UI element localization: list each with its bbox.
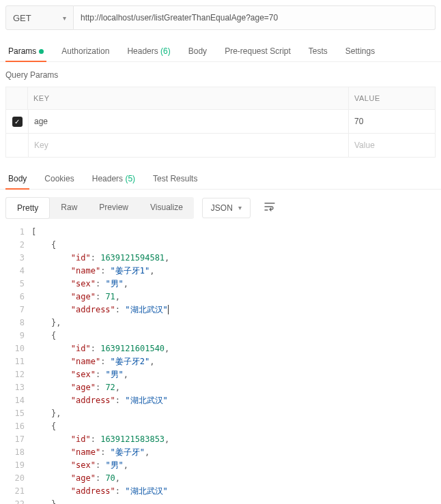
param-key[interactable]: age bbox=[28, 110, 349, 133]
method-label: GET bbox=[13, 13, 31, 23]
line-gutter: 1234567891011121314151617181920212223 bbox=[5, 226, 31, 504]
response-tab-cookies[interactable]: Cookies bbox=[42, 168, 76, 189]
params-row-empty: Key Value bbox=[5, 134, 436, 158]
subtab-raw[interactable]: Raw bbox=[50, 197, 88, 219]
tab-body[interactable]: Body bbox=[186, 41, 210, 61]
modified-dot-icon bbox=[39, 49, 44, 54]
headers-count: (6) bbox=[160, 46, 171, 56]
tab-params[interactable]: Params bbox=[5, 41, 46, 61]
params-header-row: KEY VALUE bbox=[5, 87, 436, 110]
subtab-preview[interactable]: Preview bbox=[88, 197, 139, 219]
format-select[interactable]: JSON ▾ bbox=[202, 198, 251, 218]
method-select[interactable]: GET ▾ bbox=[5, 5, 74, 30]
url-input[interactable] bbox=[74, 5, 436, 30]
response-tab-test-results[interactable]: Test Results bbox=[150, 168, 200, 189]
tab-settings[interactable]: Settings bbox=[343, 41, 378, 61]
response-tab-headers[interactable]: Headers (5) bbox=[89, 168, 138, 189]
response-tab-body[interactable]: Body bbox=[5, 168, 29, 189]
chevron-down-icon: ▾ bbox=[238, 204, 242, 211]
subtab-pretty[interactable]: Pretty bbox=[5, 197, 50, 219]
tab-headers[interactable]: Headers (6) bbox=[124, 41, 173, 61]
key-header: KEY bbox=[28, 87, 349, 109]
row-checkbox[interactable]: ✓ bbox=[12, 117, 23, 127]
tab-authorization[interactable]: Authorization bbox=[59, 41, 112, 61]
param-key-placeholder[interactable]: Key bbox=[28, 134, 349, 157]
params-row: ✓ age 70 bbox=[5, 110, 436, 134]
response-headers-count: (5) bbox=[125, 174, 135, 183]
chevron-down-icon: ▾ bbox=[63, 14, 66, 22]
response-body[interactable]: [ { "id": 1639121594581, "name": "姜子牙1",… bbox=[31, 226, 436, 504]
subtab-visualize[interactable]: Visualize bbox=[139, 197, 194, 219]
wrap-text-icon[interactable] bbox=[257, 196, 282, 219]
query-params-label: Query Params bbox=[0, 62, 441, 87]
tab-prerequest[interactable]: Pre-request Script bbox=[222, 41, 294, 61]
value-header: VALUE bbox=[349, 87, 435, 109]
param-value[interactable]: 70 bbox=[349, 110, 435, 133]
view-mode-group: Pretty Raw Preview Visualize bbox=[5, 197, 194, 219]
param-value-placeholder[interactable]: Value bbox=[349, 134, 435, 157]
tab-tests[interactable]: Tests bbox=[306, 41, 330, 61]
